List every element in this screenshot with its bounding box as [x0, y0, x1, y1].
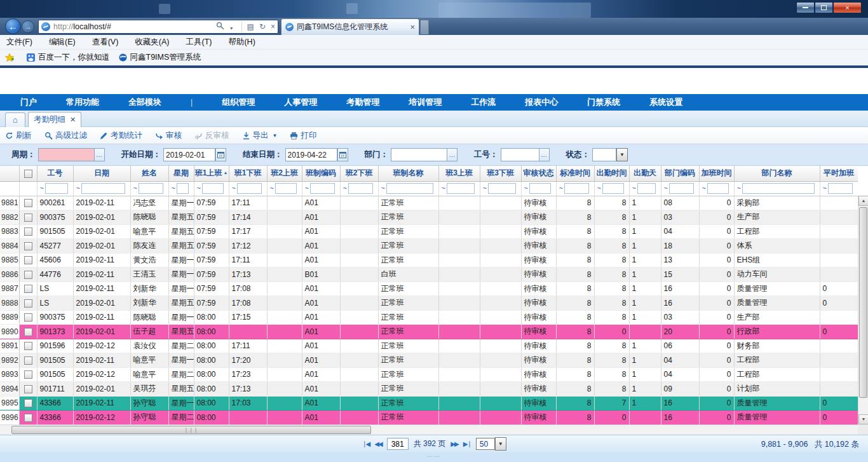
menu-item[interactable]: 查看(V)	[92, 37, 119, 48]
row-checkbox[interactable]	[24, 228, 32, 236]
column-filter-input[interactable]	[139, 183, 163, 194]
table-row[interactable]: 98839015052019-02-01喻意平星期五07:5917:17A01正…	[0, 224, 858, 239]
last-page-icon[interactable]: ▶❘	[463, 440, 471, 447]
table-row[interactable]: 9895433662019-02-11孙守聪星期一08:0017:03A01正常…	[0, 396, 858, 411]
column-filter-input[interactable]	[669, 183, 694, 194]
table-row[interactable]: 9887LS2019-02-11刘新华星期一07:5917:08A01正常班待审…	[0, 282, 858, 296]
column-filter-input[interactable]	[828, 183, 853, 194]
row-checkbox-cell[interactable]	[19, 339, 37, 353]
column-filter-input[interactable]	[275, 183, 297, 194]
column-header-check[interactable]	[19, 166, 37, 181]
column-header-deptname[interactable]: 部门名称	[734, 166, 820, 181]
tab-attendance-detail[interactable]: 考勤明细 ✕	[28, 112, 81, 127]
row-checkbox[interactable]	[24, 385, 32, 393]
row-checkbox-cell[interactable]	[19, 296, 37, 311]
column-header-shift3in[interactable]: 班3上班	[438, 166, 480, 181]
tab-close-icon[interactable]: ×	[410, 22, 415, 32]
page-size-dropdown-icon[interactable]: ▼	[495, 437, 506, 451]
nav-item-8[interactable]: 报表中心	[525, 97, 558, 108]
nav-item-7[interactable]: 工作流	[471, 97, 496, 108]
end-date-input[interactable]	[285, 148, 337, 161]
column-filter-input[interactable]	[602, 183, 624, 194]
column-filter-input[interactable]	[637, 183, 656, 194]
advanced-filter-button[interactable]: 高级过滤	[44, 130, 87, 141]
row-checkbox[interactable]	[24, 199, 32, 207]
column-header-shift2out[interactable]: 班2下班	[340, 166, 378, 181]
stop-icon[interactable]: ×	[271, 22, 275, 31]
page-number-input[interactable]	[387, 438, 409, 450]
search-dropdown-icon[interactable]: ▼	[216, 22, 236, 32]
row-checkbox-cell[interactable]	[19, 367, 37, 382]
column-header-shiftcode[interactable]: 班制编码	[302, 166, 340, 181]
column-filter-input[interactable]	[81, 183, 125, 194]
vertical-scrollbar[interactable]: ▲ ▼	[858, 196, 868, 425]
table-row[interactable]: 98899003752019-02-11陈晓聪星期一08:0017:15A01正…	[0, 310, 858, 325]
next-page-icon[interactable]: ▶▶	[451, 440, 458, 447]
maximize-button[interactable]	[815, 2, 833, 13]
first-page-icon[interactable]: ❘◀	[362, 440, 369, 447]
empno-input[interactable]	[501, 148, 539, 161]
table-row[interactable]: 9884452772019-02-01陈友连星期五07:5917:12A01正常…	[0, 239, 858, 254]
row-checkbox[interactable]	[24, 414, 32, 422]
column-filter-input[interactable]	[707, 183, 729, 194]
vertical-scroll-thumb[interactable]	[859, 207, 867, 398]
row-checkbox-cell[interactable]	[19, 224, 37, 239]
add-favorite-button[interactable]	[5, 53, 18, 62]
attendance-stats-button[interactable]: 考勤统计	[100, 130, 142, 141]
period-picker-button[interactable]: …	[94, 148, 105, 161]
row-checkbox[interactable]	[24, 328, 32, 336]
row-checkbox[interactable]	[24, 370, 32, 379]
status-dropdown-icon[interactable]: ▼	[616, 148, 628, 161]
table-row[interactable]: 9888LS2019-02-01刘新华星期五07:5917:08A01正常班待审…	[0, 296, 858, 311]
menu-item[interactable]: 工具(T)	[186, 37, 212, 48]
start-date-input[interactable]	[163, 148, 215, 161]
nav-item-5[interactable]: 考勤管理	[346, 97, 379, 108]
row-checkbox[interactable]	[24, 256, 32, 264]
table-row[interactable]: 98939015052019-02-12喻意平星期二08:0017:23A01正…	[0, 367, 858, 382]
page-size-select[interactable]: 50 ▼	[476, 437, 506, 451]
row-checkbox[interactable]	[24, 342, 32, 350]
row-checkbox-cell[interactable]	[19, 382, 37, 397]
nav-item-0[interactable]: 门户	[20, 97, 37, 108]
row-checkbox-cell[interactable]	[19, 268, 37, 282]
menu-item[interactable]: 收藏夹(A)	[135, 37, 169, 48]
empno-picker-button[interactable]: …	[539, 148, 550, 161]
dept-input[interactable]	[391, 148, 447, 161]
home-tab[interactable]: ⌂	[5, 112, 25, 127]
forward-button[interactable]: →	[22, 20, 34, 33]
row-checkbox[interactable]	[24, 299, 32, 308]
nav-item-4[interactable]: 人事管理	[284, 97, 317, 108]
refresh-button[interactable]: 刷新	[5, 130, 32, 141]
row-checkbox-cell[interactable]	[19, 310, 37, 325]
table-row[interactable]: 98819002612019-02-11冯志坚星期一07:5917:11A01正…	[0, 196, 858, 210]
column-filter-input[interactable]	[488, 183, 516, 194]
row-checkbox[interactable]	[24, 399, 32, 407]
close-button[interactable]: ×	[833, 2, 862, 13]
column-filter-input[interactable]	[529, 183, 551, 194]
column-filter-input[interactable]	[45, 183, 68, 194]
column-header-weekot[interactable]: 平时加班	[820, 166, 858, 181]
table-row[interactable]: 98929015052019-02-11喻意平星期一08:0017:20A01正…	[0, 353, 858, 368]
row-checkbox[interactable]	[24, 357, 32, 365]
table-row[interactable]: 98949017112019-02-01吴琪芬星期五08:0017:13A01正…	[0, 382, 858, 397]
row-checkbox-cell[interactable]	[19, 396, 37, 411]
tab-close-icon[interactable]: ✕	[70, 116, 76, 124]
table-row[interactable]: 98829003752019-02-01陈晓聪星期五07:5917:14A01正…	[0, 210, 858, 225]
browser-tab[interactable]: 同鑫T9IMS信息化管理系统 ×	[281, 18, 419, 35]
column-header-empno[interactable]: 工号	[37, 166, 73, 181]
column-header-shift1in[interactable]: 班1上班▲	[194, 166, 229, 181]
refresh-page-icon[interactable]: ↻	[259, 22, 266, 31]
row-checkbox-cell[interactable]	[19, 411, 37, 425]
row-checkbox[interactable]	[24, 214, 32, 222]
calendar-icon[interactable]	[215, 148, 226, 161]
print-button[interactable]: 打印	[290, 130, 316, 141]
menu-item[interactable]: 文件(F)	[6, 37, 32, 48]
column-header-auditstate[interactable]: 审核状态	[521, 166, 556, 181]
row-checkbox-cell[interactable]	[19, 253, 37, 268]
prev-page-icon[interactable]: ◀◀	[374, 440, 381, 447]
column-filter-input[interactable]	[310, 183, 335, 194]
row-checkbox[interactable]	[24, 242, 32, 250]
table-row[interactable]: 98909013732019-02-01伍子超星期五08:00A01正常班待审核…	[0, 325, 858, 339]
row-checkbox[interactable]	[24, 313, 32, 322]
column-header-worktime[interactable]: 出勤时间	[594, 166, 629, 181]
